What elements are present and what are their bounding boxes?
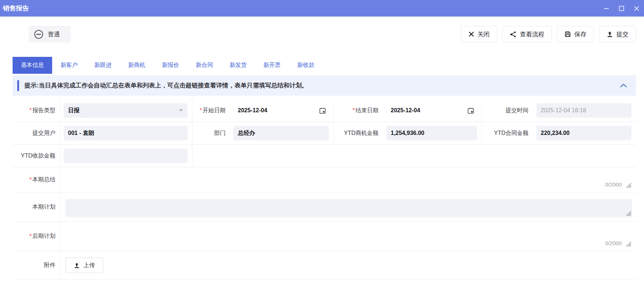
form-row: 提交用户 001 - 袁朗 部门 总经办 YTD商机金额 1,254,936.0… [13,122,636,145]
upload-button[interactable]: 上传 [65,258,103,273]
sales-report-form: * 报告类型 日报 * 开始日期 2025-12-04 [13,99,636,280]
next-plan-label: * 后期计划 [13,222,60,251]
hint-text: 提示:当日具体完成工作会自动汇总在表单和列表上，可点击超链接查看详情，表单只需填… [24,81,308,90]
end-date-value: 2025-12-04 [391,107,420,114]
submit-button[interactable]: 提交 [599,26,636,42]
submit-button-label: 提交 [616,30,629,38]
resize-handle[interactable] [626,241,631,247]
tab-new-opportunity[interactable]: 新商机 [120,57,154,74]
minimize-button[interactable] [603,5,609,12]
current-plan-textarea[interactable] [65,199,632,217]
toolbar: 普通 关闭 查看流程 保存 [0,26,644,42]
maximize-button[interactable] [618,5,625,12]
submit-time-label: 提交时间 [482,99,533,122]
titlebar: 销售报告 [0,0,644,17]
ytd-contract-label: YTD合同金额 [482,122,533,144]
ytd-receipt-field [64,149,187,163]
tab-new-contract[interactable]: 新合同 [187,57,221,74]
start-date-input[interactable]: 2025-12-04 [233,103,329,118]
tab-bar: 基本信息 新客户 新跟进 新商机 新报价 新合同 新发货 新开票 新收款 [0,57,644,74]
current-plan-row: 本期计划 [13,192,636,222]
collapse-hint-button[interactable] [620,83,627,88]
next-plan-row: * 后期计划 0/2000 [13,222,636,251]
char-counter: 0/2000 [605,240,622,246]
start-date-value: 2025-12-04 [238,107,267,114]
form-row: YTD收款金额 [13,145,636,167]
tab-new-followup[interactable]: 新跟进 [86,57,120,74]
upload-button-label: 上传 [83,262,95,269]
report-type-label: * 报告类型 [13,99,60,122]
tab-new-invoice[interactable]: 新开票 [255,57,289,74]
priority-badge[interactable]: 普通 [29,26,71,42]
chevron-down-icon [179,109,183,112]
save-icon [564,31,571,37]
required-marker: * [200,107,202,114]
tab-new-customer[interactable]: 新客户 [52,57,86,74]
calendar-icon[interactable] [467,107,474,114]
close-window-button[interactable] [633,5,640,12]
calendar-icon[interactable] [319,107,326,114]
next-plan-textarea[interactable]: 0/2000 [60,222,636,251]
window-controls [603,5,640,12]
required-marker: * [30,107,32,114]
summary-textarea[interactable]: 0/2000 [60,167,636,192]
tab-new-shipment[interactable]: 新发货 [221,57,255,74]
summary-label: * 本期总结 [13,167,60,192]
upload-icon [74,262,80,268]
ytd-receipt-label: YTD收款金额 [13,145,60,167]
char-counter: 0/2000 [605,181,622,187]
attachment-label: 附件 [13,251,60,280]
ytd-opportunity-label: YTD商机金额 [334,122,383,144]
department-field: 总经办 [233,126,329,140]
submit-user-label: 提交用户 [13,122,60,144]
hint-accent-bar [17,80,19,91]
resize-handle[interactable] [626,182,631,188]
maximize-icon [619,6,624,11]
close-icon [468,31,474,37]
report-type-select[interactable]: 日报 [64,103,187,118]
window-title: 销售报告 [3,4,29,13]
required-marker: * [30,233,32,240]
resize-grip-icon [626,210,631,216]
end-date-label: * 结束日期 [334,99,383,122]
tab-new-payment[interactable]: 新收款 [289,57,323,74]
chevron-up-icon [620,83,627,88]
close-button-label: 关闭 [477,30,490,38]
attachment-row: 附件 上传 [13,251,636,280]
resize-handle[interactable] [626,210,631,216]
submit-time-field: 2025-12-04 16:18 [536,103,631,118]
current-plan-label: 本期计划 [13,192,60,221]
required-marker: * [353,107,355,114]
end-date-input[interactable]: 2025-12-04 [386,103,477,118]
view-flow-label: 查看流程 [520,30,544,38]
submit-user-field: 001 - 袁朗 [64,126,187,140]
department-label: 部门 [192,122,230,144]
close-button[interactable]: 关闭 [461,26,497,42]
save-button-label: 保存 [574,30,586,38]
view-flow-button[interactable]: 查看流程 [502,26,552,42]
ytd-opportunity-field: 1,254,936.00 [386,126,477,140]
summary-row: * 本期总结 0/2000 [13,167,636,192]
ytd-contract-field: 220,234.00 [536,126,631,140]
close-icon [634,6,639,11]
priority-label: 普通 [48,30,60,38]
toolbar-buttons: 关闭 查看流程 保存 提交 [461,26,636,42]
hint-bar: 提示:当日具体完成工作会自动汇总在表单和列表上，可点击超链接查看详情，表单只需填… [13,75,636,96]
upload-icon [607,31,613,37]
resize-grip-icon [626,182,631,188]
circle-minus-icon [34,30,44,39]
report-type-value: 日报 [68,107,80,114]
resize-grip-icon [626,241,631,247]
tab-basic-info[interactable]: 基本信息 [13,57,52,74]
save-button[interactable]: 保存 [557,26,594,42]
minimize-icon [604,6,609,11]
required-marker: * [30,177,32,183]
tab-new-quote[interactable]: 新报价 [154,57,187,74]
start-date-label: * 开始日期 [192,99,230,122]
form-row: * 报告类型 日报 * 开始日期 2025-12-04 [13,99,636,122]
share-icon [510,31,517,38]
